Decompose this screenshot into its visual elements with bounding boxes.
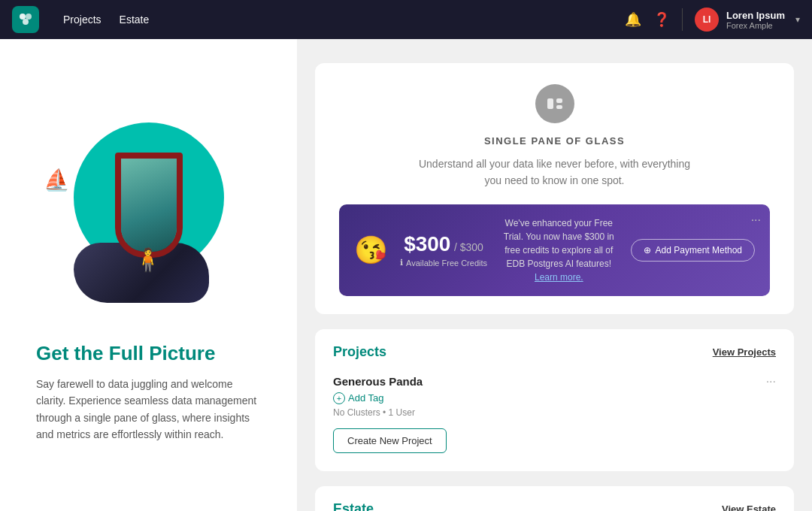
navbar-right: 🔔 ❓ LI Loren Ipsum Forex Ample ▾ [625,8,800,32]
estate-section-title: Estate [333,501,374,511]
add-payment-button[interactable]: ⊕ Add Payment Method [631,239,755,262]
nav-estate[interactable]: Estate [120,14,150,26]
page-content: ⛵ 🧍 Get the Full Picture Say farewell to… [0,39,812,511]
left-panel-description: Say farewell to data juggling and welcom… [36,376,261,443]
credits-more-options[interactable]: ··· [751,213,761,227]
user-menu[interactable]: LI Loren Ipsum Forex Ample ▾ [695,8,800,32]
sailboat-decoration: ⛵ [44,168,70,192]
mirror-inner [121,159,177,252]
left-panel: ⛵ 🧍 Get the Full Picture Say farewell to… [0,39,297,511]
left-panel-title: Get the Full Picture [36,342,261,365]
help-button[interactable]: ❓ [653,11,670,28]
nav-divider [682,8,683,31]
navbar: Projects Estate 🔔 ❓ LI Loren Ipsum Forex… [0,0,812,39]
svg-rect-3 [547,98,553,109]
chevron-down-icon: ▾ [795,14,800,25]
estate-card-header: Estate View Estate [333,501,776,511]
nav-projects[interactable]: Projects [63,14,102,26]
projects-card-header: Projects View Projects [333,344,776,360]
notification-button[interactable]: 🔔 [625,11,641,28]
view-estate-link[interactable]: View Estate [722,503,776,511]
svg-rect-5 [556,105,562,109]
add-tag-button[interactable]: + Add Tag [333,392,776,404]
user-name: Loren Ipsum [726,10,785,21]
project-row-header: Generous Panda ··· [333,375,776,392]
person-figure: 🧍 [134,246,162,273]
credits-amount: $300 / $300 [400,232,487,256]
question-icon: ❓ [653,11,670,28]
view-projects-link[interactable]: View Projects [713,346,776,358]
credits-amount-block: $300 / $300 ℹ Available Free Credits [400,232,487,268]
svg-point-0 [20,14,26,20]
credits-max: / $300 [454,241,483,253]
user-subtitle: Forex Ample [726,21,785,30]
app-logo[interactable] [12,6,39,33]
credits-label: ℹ Available Free Credits [400,258,487,268]
hero-card-description: Understand all your data like never befo… [412,156,698,189]
projects-card: Projects View Projects Generous Panda ··… [315,329,794,471]
project-item: Generous Panda ··· + Add Tag No Clusters… [333,372,776,456]
hero-illustration: ⛵ 🧍 [36,107,262,318]
hero-card: SINGLE PANE OF GLASS Understand all your… [315,63,794,314]
plus-circle-icon: + [333,392,345,404]
right-panel: SINGLE PANE OF GLASS Understand all your… [297,39,812,511]
credits-message: We've enhanced your Free Trial. You now … [499,216,619,284]
mirror-frame [115,153,183,258]
project-name: Generous Panda [333,375,423,388]
user-info: Loren Ipsum Forex Ample [726,10,785,30]
credits-value: $300 [404,232,450,256]
credits-banner: 😘 $300 / $300 ℹ Available Free Credits W… [339,204,770,296]
info-icon: ℹ [400,258,403,268]
bell-icon: 🔔 [625,11,641,28]
create-project-button[interactable]: Create New Project [333,428,447,453]
hero-card-title: SINGLE PANE OF GLASS [339,135,770,147]
avatar: LI [695,8,719,32]
projects-section-title: Projects [333,344,386,360]
project-meta: No Clusters • 1 User [333,407,776,418]
add-tag-label: Add Tag [348,392,383,404]
svg-point-2 [23,19,29,25]
plus-icon: ⊕ [644,245,651,256]
project-more-options[interactable]: ··· [766,375,776,389]
learn-more-link[interactable]: Learn more. [535,272,583,283]
svg-rect-4 [556,98,562,103]
svg-point-1 [26,14,32,20]
credits-emoji: 😘 [354,234,388,266]
estate-card: Estate View Estate EDB Postgres® AI Clus… [315,486,794,511]
panel-icon [535,84,574,123]
